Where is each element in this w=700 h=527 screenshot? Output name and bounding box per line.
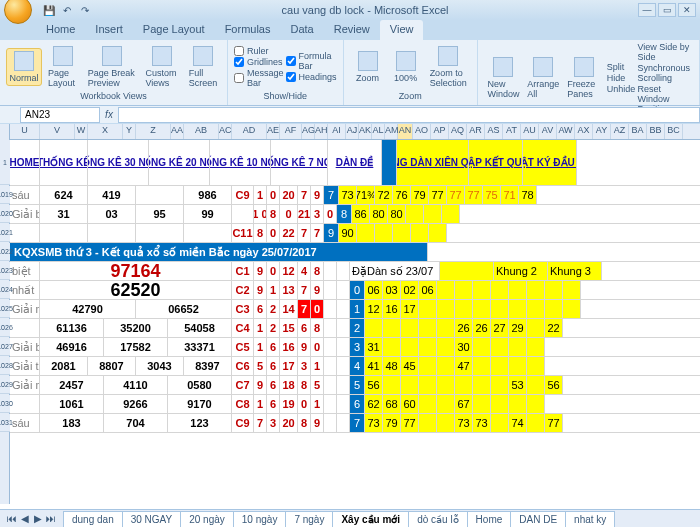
cell[interactable]: ĐặDàn số 23/07 <box>350 262 440 280</box>
cell[interactable]: 2 <box>267 300 280 318</box>
col-header-AP[interactable]: AP <box>431 124 449 139</box>
tab-page-layout[interactable]: Page Layout <box>133 20 215 40</box>
cell[interactable] <box>437 376 455 394</box>
cell[interactable]: 56 <box>365 376 383 394</box>
link-home[interactable]: HOME <box>10 140 40 185</box>
cell[interactable]: 13 <box>280 281 298 299</box>
maximize-button[interactable]: ▭ <box>658 3 676 17</box>
cell[interactable] <box>527 395 545 413</box>
row-header[interactable]: 1023 <box>0 262 10 280</box>
cell[interactable]: 7 <box>298 224 311 242</box>
cell[interactable]: 62 <box>365 395 383 413</box>
cell[interactable]: C5 <box>232 338 254 356</box>
cell[interactable] <box>419 300 437 318</box>
cell[interactable] <box>383 338 401 356</box>
cell[interactable] <box>527 338 545 356</box>
cell[interactable]: 29 <box>509 319 527 337</box>
tab-home[interactable]: Home <box>36 20 85 40</box>
row-header[interactable]: 1025 <box>0 300 10 318</box>
cell[interactable] <box>491 281 509 299</box>
link-nhatky[interactable]: NHẬT KÝ ĐẦU TƯ <box>523 140 577 185</box>
cell[interactable] <box>437 319 455 337</box>
custom-views-button[interactable]: Custom Views <box>141 44 183 90</box>
sheet-tab[interactable]: 20 ngày <box>180 511 234 527</box>
cell[interactable] <box>10 319 40 337</box>
cell[interactable] <box>473 300 491 318</box>
cell[interactable]: 3 <box>350 338 365 356</box>
cell[interactable]: 16 <box>280 338 298 356</box>
row-header[interactable]: 1021 <box>0 224 10 242</box>
cell[interactable]: C3 <box>232 300 254 318</box>
cell[interactable] <box>365 319 383 337</box>
cell[interactable]: 76 <box>393 186 411 204</box>
save-icon[interactable]: 💾 <box>42 3 56 17</box>
cell[interactable]: 73 <box>455 414 473 432</box>
cell[interactable] <box>527 357 545 375</box>
cell[interactable]: 8 <box>298 376 311 394</box>
col-header-Y[interactable]: Y <box>123 124 136 139</box>
cell[interactable]: 75 <box>483 186 501 204</box>
cell[interactable]: 1 <box>254 186 267 204</box>
col-header-BB[interactable]: BB <box>647 124 665 139</box>
link-tk10[interactable]: THỐNG KÊ 10 NGÀY <box>210 140 271 185</box>
cell[interactable] <box>455 281 473 299</box>
cell[interactable]: 1 <box>350 300 365 318</box>
cell[interactable]: 06 <box>365 281 383 299</box>
cell[interactable]: 1 <box>267 281 280 299</box>
cell[interactable]: 03 <box>383 281 401 299</box>
sheet-tab[interactable]: 30 NGAY <box>122 511 182 527</box>
cell[interactable]: 20 <box>280 186 298 204</box>
ruler-checkbox[interactable]: Ruler <box>234 46 284 56</box>
cell[interactable]: 8807 <box>88 357 136 375</box>
cell[interactable]: 7 <box>350 414 365 432</box>
cell[interactable]: 77 <box>465 186 483 204</box>
cell[interactable]: 8 <box>311 262 324 280</box>
cell[interactable] <box>136 186 184 204</box>
cell[interactable]: 80 <box>370 205 388 223</box>
cell[interactable] <box>337 319 350 337</box>
cell[interactable]: 1 <box>254 395 267 413</box>
cell[interactable]: 1 0 <box>254 205 267 223</box>
cell[interactable] <box>455 300 473 318</box>
cell[interactable] <box>10 224 40 242</box>
cell[interactable]: 9 <box>254 376 267 394</box>
cell[interactable]: 9 <box>311 281 324 299</box>
headings-checkbox[interactable]: Headings <box>286 72 337 82</box>
tab-formulas[interactable]: Formulas <box>215 20 281 40</box>
cell[interactable]: 48 <box>383 357 401 375</box>
cell[interactable]: 41 <box>365 357 383 375</box>
cell[interactable] <box>437 300 455 318</box>
col-header-AD[interactable]: AD <box>232 124 267 139</box>
cell[interactable] <box>382 140 397 185</box>
cell[interactable] <box>545 300 563 318</box>
tab-data[interactable]: Data <box>280 20 323 40</box>
cell[interactable] <box>324 262 337 280</box>
cell[interactable]: 6 <box>298 319 311 337</box>
cell[interactable]: C1 <box>232 262 254 280</box>
row-header[interactable]: 1020 <box>0 205 10 223</box>
cell[interactable] <box>357 224 375 242</box>
sheet-tab[interactable]: nhat ky <box>565 511 615 527</box>
cell[interactable]: 2081 <box>40 357 88 375</box>
col-header-AV[interactable]: AV <box>539 124 557 139</box>
cell[interactable] <box>473 357 491 375</box>
cell[interactable] <box>401 376 419 394</box>
row-header[interactable]: 1022 <box>0 243 10 261</box>
row-header[interactable]: 1027 <box>0 338 10 356</box>
cell[interactable]: 704 <box>104 414 168 432</box>
col-header-U[interactable]: U <box>10 124 40 139</box>
cell[interactable]: 0 <box>311 338 324 356</box>
sheet-tab[interactable]: dò cầu lỗ <box>408 511 467 527</box>
col-header-AE[interactable]: AE <box>267 124 280 139</box>
col-header-AU[interactable]: AU <box>521 124 539 139</box>
cell[interactable]: 9170 <box>168 395 232 413</box>
cell[interactable]: 3043 <box>136 357 184 375</box>
cell[interactable]: 42790 <box>40 300 136 318</box>
cell[interactable]: 73 <box>473 414 491 432</box>
message-bar-checkbox[interactable]: Message Bar <box>234 68 284 88</box>
page-break-preview-button[interactable]: Page Break Preview <box>84 44 140 90</box>
cell[interactable]: 16 <box>383 300 401 318</box>
cell[interactable]: 7 <box>298 186 311 204</box>
tab-view[interactable]: View <box>380 20 424 40</box>
cell[interactable] <box>527 300 545 318</box>
